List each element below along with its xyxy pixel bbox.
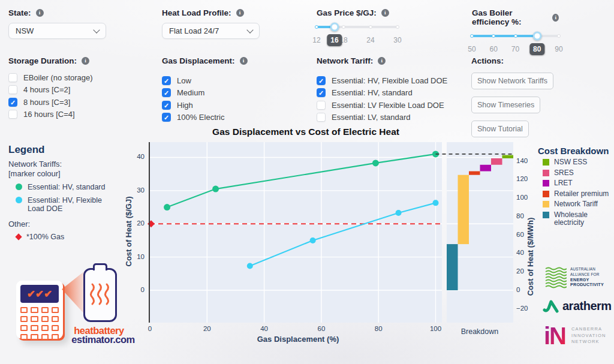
y-axis-label-right: Cost of Heat ($/MWh): [526, 218, 535, 296]
aratherm-wordmark: aratherm: [562, 299, 612, 313]
circle-marker-icon: [16, 197, 22, 203]
diamond-marker-icon: [15, 233, 22, 240]
aaep-line: PRODUCTIVITY: [570, 282, 604, 288]
legend-item-label: SRES: [554, 169, 574, 178]
legend-item-label: *100% Gas: [26, 233, 64, 242]
legend-swatch-icon: [543, 191, 549, 197]
legend-item-label: Network Tariff: [554, 200, 598, 209]
waterfall-bar-network-tariff[interactable]: [458, 175, 469, 244]
heat-battery-estimator-app: State: i NSW Heat Load Profile: i Flat L…: [0, 0, 614, 364]
legend-item: SRES: [543, 169, 612, 178]
series-marker[interactable]: [310, 237, 316, 243]
legend-item: Essential: HV, Flexible Load DOE: [16, 196, 128, 213]
aratherm-icon: [543, 297, 559, 314]
heatbattery-line2: estimator.com: [68, 335, 138, 344]
breakdown-panel-label: Breakdown: [453, 327, 507, 336]
aaep-text: AUSTRALIAN ALLIANCE FOR ENERGY PRODUCTIV…: [570, 267, 604, 287]
calculator-icon: ✔✔✔: [16, 281, 63, 339]
series-marker[interactable]: [372, 160, 379, 166]
heat-waves-icon: [85, 270, 115, 320]
calculator-keys: [20, 307, 59, 340]
legend-item-label: Essential: HV, Flexible Load DOE: [28, 196, 118, 213]
legend-other-label: Other:: [8, 219, 128, 228]
battery-terminal: [93, 263, 107, 270]
waterfall-bar-lret[interactable]: [480, 165, 492, 172]
x-tick-label: 0: [141, 325, 159, 332]
legend-item: Retailer premium: [543, 190, 612, 198]
legend-tariff-items: Essential: HV, standardEssential: HV, Fl…: [8, 183, 128, 213]
aaep-line: AUSTRALIAN: [570, 267, 604, 272]
waterfall-bar-nsw-ess[interactable]: [502, 155, 514, 158]
legend-item: *100% Gas: [16, 233, 128, 242]
aaep-logo: AUSTRALIAN ALLIANCE FOR ENERGY PRODUCTIV…: [544, 266, 604, 288]
waterfall-bar-sres[interactable]: [491, 158, 502, 165]
legend-item-label: NSW ESS: [554, 158, 587, 167]
legend-subtitle-line1: Network Tariffs:: [8, 160, 62, 169]
cin-line: INNOVATION: [571, 333, 606, 339]
cin-text: CANBERRA INNOVATION NETWORK: [571, 326, 606, 345]
legend-swatch-icon: [543, 159, 549, 166]
main-panel-background[interactable]: [150, 142, 442, 323]
legend-item: Wholesale electricity: [543, 211, 612, 227]
heat-battery-icon: [83, 268, 117, 322]
legend-swatch-icon: [543, 201, 549, 207]
slider-value-badge: 16: [327, 34, 342, 46]
waterfall-bar-retailer-premium[interactable]: [469, 172, 480, 175]
y-tick-label-right: 140: [516, 157, 537, 164]
legend-item-label: Retailer premium: [554, 190, 609, 198]
legend-subtitle-line2: [marker colour]: [8, 169, 61, 178]
circle-marker-icon: [16, 183, 22, 190]
cost-breakdown-legend: Cost Breakdown NSW ESSSRESLRETRetailer p…: [538, 146, 612, 227]
cin-line: NETWORK: [571, 339, 606, 345]
x-tick-label: 20: [198, 325, 216, 332]
heatbattery-wordmark: heatbattery estimator.com: [60, 326, 138, 344]
series-marker[interactable]: [396, 210, 402, 216]
cost-breakdown-title: Cost Breakdown: [538, 146, 612, 156]
aratherm-logo: aratherm: [543, 297, 612, 314]
legend-subtitle: Network Tariffs: [marker colour]: [8, 160, 128, 179]
legend-other-items: *100% Gas: [8, 233, 128, 242]
slider-value-badge: 80: [529, 43, 544, 55]
cin-line: CANBERRA: [571, 326, 606, 333]
cin-mark: iN: [544, 324, 565, 348]
legend-item-label: Essential: HV, standard: [28, 183, 105, 192]
series-marker[interactable]: [247, 263, 253, 269]
aaep-waves-icon: [544, 266, 567, 288]
y-tick-label-right: −20: [516, 305, 537, 312]
x-tick-label: 40: [255, 325, 273, 332]
legend-swatch-icon: [543, 170, 549, 176]
waterfall-bar-wholesale-electricity[interactable]: [447, 244, 458, 290]
series-marker[interactable]: [212, 186, 219, 192]
y-tick-label-right: 120: [516, 175, 537, 182]
series-marker[interactable]: [433, 200, 439, 206]
x-axis-label: Gas Displacement (%): [257, 335, 339, 344]
legend-item-label: Wholesale electricity: [554, 211, 612, 227]
y-tick-label-right: 100: [516, 194, 537, 201]
legend-item: NSW ESS: [543, 158, 612, 167]
cin-logo: iN CANBERRA INNOVATION NETWORK: [544, 324, 606, 348]
legend-swatch-icon: [543, 212, 549, 218]
legend-item: Network Tariff: [543, 200, 612, 209]
calculator-display: ✔✔✔: [20, 285, 59, 303]
series-marker[interactable]: [164, 204, 170, 210]
x-tick-label: 80: [369, 325, 387, 332]
y-tick-label-left: 0: [125, 286, 145, 293]
chart-legend: Legend Network Tariffs: [marker colour] …: [8, 144, 128, 241]
legend-title: Legend: [8, 144, 128, 156]
legend-item: LRET: [543, 179, 612, 188]
x-tick-label: 100: [427, 325, 445, 332]
cost-breakdown-items: NSW ESSSRESLRETRetailer premiumNetwork T…: [538, 158, 612, 227]
legend-swatch-icon: [543, 180, 549, 186]
x-tick-label: 60: [312, 325, 330, 332]
legend-item: Essential: HV, standard: [16, 183, 128, 192]
legend-item-label: LRET: [554, 179, 573, 188]
